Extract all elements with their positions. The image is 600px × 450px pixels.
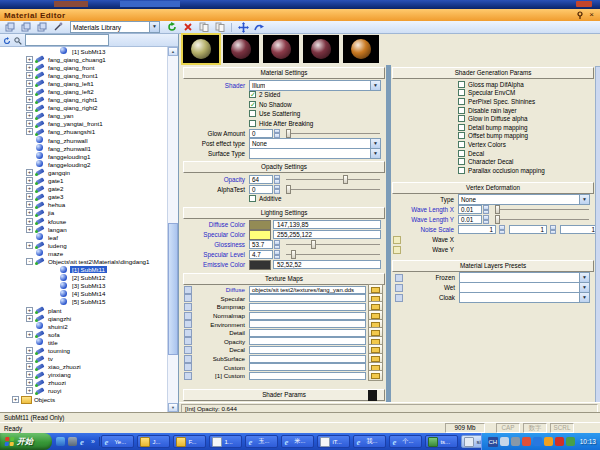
material-preview-tile[interactable] <box>343 35 379 63</box>
tree-expander[interactable]: + <box>26 242 33 249</box>
expand-toggle[interactable] <box>395 294 403 302</box>
wave-length-y-slider[interactable] <box>494 215 590 224</box>
checkbox[interactable] <box>458 150 465 157</box>
tree-expander[interactable]: + <box>26 355 33 362</box>
assign-material-button[interactable] <box>165 21 179 34</box>
texture-path-input[interactable]: objects/sit test2/textures/fang_yan.dds <box>249 286 366 294</box>
tree-item[interactable]: + fang_yangtai_front1 <box>0 120 168 128</box>
checkbox[interactable] <box>458 107 465 114</box>
tray-icon[interactable] <box>500 437 509 446</box>
search-input[interactable] <box>25 34 109 46</box>
tree-item[interactable]: + xiao_zhuozi <box>0 363 168 371</box>
tree-item[interactable]: + fang_qiang_front <box>0 63 168 71</box>
chevron-down-icon[interactable]: ▼ <box>149 22 159 32</box>
expand-toggle[interactable] <box>184 303 192 311</box>
delete-material-button[interactable] <box>181 21 195 34</box>
tree-item[interactable]: + zhuozi <box>0 379 168 387</box>
checkbox[interactable] <box>458 124 465 131</box>
tree-item[interactable]: + plant <box>0 306 168 314</box>
tree-expander[interactable]: + <box>26 363 33 370</box>
material-preview-tile[interactable] <box>263 35 299 63</box>
expand-toggle[interactable] <box>184 329 192 337</box>
glow-amount-slider[interactable] <box>285 129 381 138</box>
taskbar-button[interactable]: 玉... <box>245 435 278 448</box>
tree-expander[interactable]: + <box>26 80 33 87</box>
spinner[interactable] <box>483 205 489 214</box>
tree-expander[interactable]: + <box>26 96 33 103</box>
checkbox[interactable] <box>458 167 465 174</box>
save-library-button[interactable] <box>35 21 49 34</box>
checkbox[interactable] <box>249 101 256 108</box>
tree-expander[interactable]: + <box>26 226 33 233</box>
tree-item[interactable]: + sofa <box>0 330 168 338</box>
tree-item[interactable]: + fang_qiang_right2 <box>0 104 168 112</box>
tree-item[interactable]: title <box>0 338 168 346</box>
spinner[interactable] <box>499 225 505 234</box>
tree-expander[interactable]: + <box>26 209 33 216</box>
checkbox[interactable] <box>458 158 465 165</box>
checkbox[interactable] <box>458 115 465 122</box>
tree-item[interactable]: + tv <box>0 355 168 363</box>
specular-level-input[interactable]: 4.7 <box>249 250 273 259</box>
tree-item[interactable]: + ruoyi <box>0 387 168 395</box>
material-preview-tile[interactable] <box>223 35 259 63</box>
scroll-down-arrow[interactable]: ▼ <box>168 403 178 412</box>
pin-icon[interactable] <box>575 11 584 20</box>
tree-expander[interactable]: + <box>12 396 19 403</box>
checkbox[interactable] <box>249 195 256 202</box>
tree-expander[interactable]: + <box>26 88 33 95</box>
tree-item[interactable]: + ludeng <box>0 241 168 249</box>
materials-library-combo[interactable]: Materials Library ▼ <box>70 21 160 33</box>
taskbar-button[interactable]: 1... <box>209 435 242 448</box>
emissive-color-value[interactable]: 52,52,52 <box>273 260 381 269</box>
tree-item[interactable]: shuini2 <box>0 322 168 330</box>
checkbox[interactable] <box>249 110 256 117</box>
tree-item[interactable]: [2] SubMt12 <box>0 274 168 282</box>
expand-toggle[interactable] <box>395 284 403 292</box>
specular-color-swatch[interactable] <box>249 230 271 240</box>
tree-expander[interactable]: + <box>26 169 33 176</box>
deform-type-combo[interactable]: None▼ <box>458 194 590 205</box>
spinner[interactable] <box>550 225 556 234</box>
taskbar-button[interactable]: 我... <box>353 435 386 448</box>
tree-expander[interactable]: + <box>26 177 33 184</box>
start-button[interactable]: 开始 <box>0 433 52 450</box>
tree-item[interactable]: + fang_zhuangshi1 <box>0 128 168 136</box>
expand-toggle[interactable] <box>393 246 401 254</box>
tree-expander[interactable]: + <box>26 379 33 386</box>
tree-expander[interactable]: + <box>26 387 33 394</box>
spinner[interactable] <box>274 129 280 138</box>
tree-expander[interactable]: + <box>26 104 33 111</box>
tree-expander[interactable]: + <box>26 307 33 314</box>
tray-icon[interactable] <box>533 437 542 446</box>
taskbar-button[interactable]: ts... <box>425 435 458 448</box>
spinner[interactable] <box>483 215 489 224</box>
emissive-color-swatch[interactable] <box>249 260 271 270</box>
tree-item[interactable]: + fang_yan <box>0 112 168 120</box>
tree-item[interactable]: + jia <box>0 209 168 217</box>
tree-item[interactable]: [4] SubMt14 <box>0 290 168 298</box>
scrollbar-thumb[interactable] <box>368 390 377 401</box>
column-splitter[interactable] <box>386 65 391 405</box>
tree-item[interactable]: + gangqin <box>0 168 168 176</box>
tree-item[interactable]: fanggelouding1 <box>0 152 168 160</box>
tree-item[interactable]: + fang_qiang_right1 <box>0 96 168 104</box>
pick-material-icon[interactable] <box>51 21 65 34</box>
surface-type-combo[interactable]: ▼ <box>249 148 381 159</box>
noise-scale-input[interactable]: 1 <box>458 225 496 234</box>
expand-toggle[interactable] <box>184 355 192 363</box>
tree-item[interactable]: + hehua <box>0 201 168 209</box>
tree-expander[interactable]: + <box>26 331 33 338</box>
specular-color-value[interactable]: 255,255,122 <box>273 230 381 239</box>
texture-path-input[interactable] <box>249 294 366 302</box>
spinner[interactable] <box>274 185 280 194</box>
ie-icon[interactable] <box>80 438 88 446</box>
tree-item[interactable]: + fang_qiang_left2 <box>0 87 168 95</box>
checkbox[interactable] <box>249 120 256 127</box>
texture-path-input[interactable] <box>249 346 366 354</box>
checkbox[interactable] <box>249 91 256 98</box>
browse-folder-button[interactable] <box>368 370 383 381</box>
quick-launch-icon[interactable] <box>56 437 65 446</box>
taskbar-button[interactable]: 个... <box>389 435 422 448</box>
tree-expander[interactable]: + <box>26 64 33 71</box>
